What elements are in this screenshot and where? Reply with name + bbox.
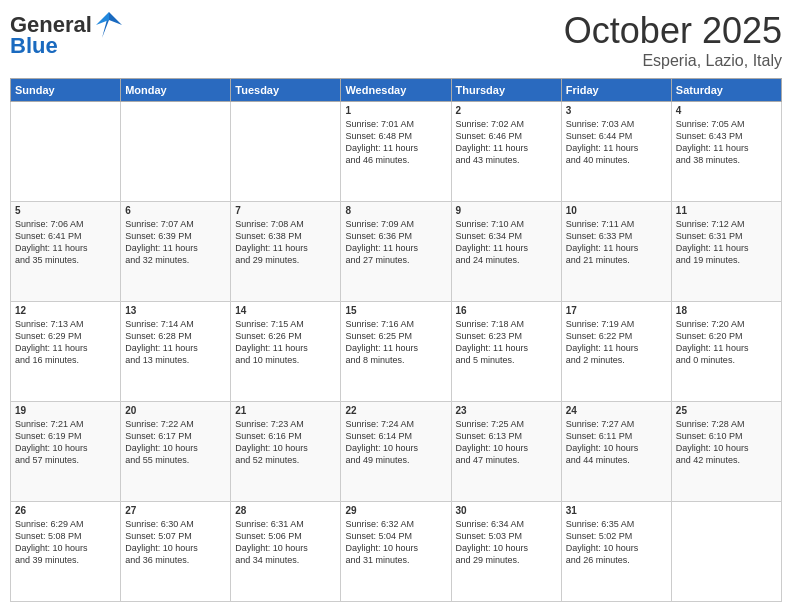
cell-line: Sunset: 6:28 PM bbox=[125, 330, 226, 342]
cell-line: Daylight: 11 hours bbox=[345, 242, 446, 254]
calendar-header-row: SundayMondayTuesdayWednesdayThursdayFrid… bbox=[11, 79, 782, 102]
day-number: 25 bbox=[676, 405, 777, 416]
day-header-wednesday: Wednesday bbox=[341, 79, 451, 102]
cell-line: Sunset: 6:41 PM bbox=[15, 230, 116, 242]
cell-line: Sunset: 6:13 PM bbox=[456, 430, 557, 442]
logo-blue-text: Blue bbox=[10, 34, 58, 58]
cell-line: Daylight: 11 hours bbox=[345, 142, 446, 154]
cell-line: and 55 minutes. bbox=[125, 454, 226, 466]
cell-line: and 5 minutes. bbox=[456, 354, 557, 366]
calendar-cell bbox=[11, 102, 121, 202]
cell-line: and 31 minutes. bbox=[345, 554, 446, 566]
cell-text: Sunrise: 6:34 AMSunset: 5:03 PMDaylight:… bbox=[456, 518, 557, 567]
cell-line: Sunset: 6:34 PM bbox=[456, 230, 557, 242]
cell-line: Sunset: 6:38 PM bbox=[235, 230, 336, 242]
cell-line: Daylight: 10 hours bbox=[235, 442, 336, 454]
day-number: 10 bbox=[566, 205, 667, 216]
cell-line: Daylight: 10 hours bbox=[235, 542, 336, 554]
cell-line: Sunset: 5:02 PM bbox=[566, 530, 667, 542]
cell-line: Sunset: 6:33 PM bbox=[566, 230, 667, 242]
calendar-cell: 21Sunrise: 7:23 AMSunset: 6:16 PMDayligh… bbox=[231, 402, 341, 502]
day-number: 23 bbox=[456, 405, 557, 416]
cell-line: Sunrise: 6:30 AM bbox=[125, 518, 226, 530]
cell-line: Sunrise: 7:24 AM bbox=[345, 418, 446, 430]
cell-line: Sunrise: 7:08 AM bbox=[235, 218, 336, 230]
cell-text: Sunrise: 7:21 AMSunset: 6:19 PMDaylight:… bbox=[15, 418, 116, 467]
cell-line: and 35 minutes. bbox=[15, 254, 116, 266]
cell-line: Sunrise: 7:27 AM bbox=[566, 418, 667, 430]
cell-line: Sunset: 6:31 PM bbox=[676, 230, 777, 242]
cell-line: Sunrise: 6:31 AM bbox=[235, 518, 336, 530]
calendar-cell: 1Sunrise: 7:01 AMSunset: 6:48 PMDaylight… bbox=[341, 102, 451, 202]
cell-line: and 13 minutes. bbox=[125, 354, 226, 366]
calendar-cell bbox=[231, 102, 341, 202]
cell-line: and 42 minutes. bbox=[676, 454, 777, 466]
day-number: 13 bbox=[125, 305, 226, 316]
calendar-cell: 4Sunrise: 7:05 AMSunset: 6:43 PMDaylight… bbox=[671, 102, 781, 202]
cell-line: and 46 minutes. bbox=[345, 154, 446, 166]
cell-line: Sunrise: 7:19 AM bbox=[566, 318, 667, 330]
day-number: 12 bbox=[15, 305, 116, 316]
cell-text: Sunrise: 7:18 AMSunset: 6:23 PMDaylight:… bbox=[456, 318, 557, 367]
day-header-saturday: Saturday bbox=[671, 79, 781, 102]
cell-line: Sunset: 6:10 PM bbox=[676, 430, 777, 442]
cell-text: Sunrise: 7:28 AMSunset: 6:10 PMDaylight:… bbox=[676, 418, 777, 467]
calendar-cell: 25Sunrise: 7:28 AMSunset: 6:10 PMDayligh… bbox=[671, 402, 781, 502]
day-number: 22 bbox=[345, 405, 446, 416]
cell-line: Sunset: 6:25 PM bbox=[345, 330, 446, 342]
calendar-cell: 14Sunrise: 7:15 AMSunset: 6:26 PMDayligh… bbox=[231, 302, 341, 402]
cell-line: Daylight: 11 hours bbox=[456, 242, 557, 254]
day-number: 20 bbox=[125, 405, 226, 416]
cell-line: Sunset: 5:04 PM bbox=[345, 530, 446, 542]
day-number: 19 bbox=[15, 405, 116, 416]
cell-line: Sunrise: 7:02 AM bbox=[456, 118, 557, 130]
cell-line: and 39 minutes. bbox=[15, 554, 116, 566]
cell-line: Daylight: 10 hours bbox=[125, 442, 226, 454]
cell-line: Daylight: 10 hours bbox=[345, 442, 446, 454]
cell-line: Daylight: 11 hours bbox=[15, 342, 116, 354]
cell-text: Sunrise: 7:12 AMSunset: 6:31 PMDaylight:… bbox=[676, 218, 777, 267]
cell-text: Sunrise: 7:16 AMSunset: 6:25 PMDaylight:… bbox=[345, 318, 446, 367]
logo: General Blue bbox=[10, 10, 124, 58]
day-number: 9 bbox=[456, 205, 557, 216]
cell-line: Sunset: 6:22 PM bbox=[566, 330, 667, 342]
day-header-monday: Monday bbox=[121, 79, 231, 102]
cell-line: Daylight: 10 hours bbox=[345, 542, 446, 554]
day-number: 15 bbox=[345, 305, 446, 316]
day-number: 30 bbox=[456, 505, 557, 516]
cell-line: and 57 minutes. bbox=[15, 454, 116, 466]
cell-line: and 8 minutes. bbox=[345, 354, 446, 366]
day-number: 28 bbox=[235, 505, 336, 516]
calendar-cell: 17Sunrise: 7:19 AMSunset: 6:22 PMDayligh… bbox=[561, 302, 671, 402]
cell-line: and 10 minutes. bbox=[235, 354, 336, 366]
cell-text: Sunrise: 7:07 AMSunset: 6:39 PMDaylight:… bbox=[125, 218, 226, 267]
cell-text: Sunrise: 7:27 AMSunset: 6:11 PMDaylight:… bbox=[566, 418, 667, 467]
cell-line: Daylight: 11 hours bbox=[456, 342, 557, 354]
cell-text: Sunrise: 7:11 AMSunset: 6:33 PMDaylight:… bbox=[566, 218, 667, 267]
day-number: 7 bbox=[235, 205, 336, 216]
cell-line: Daylight: 11 hours bbox=[235, 242, 336, 254]
week-row-4: 26Sunrise: 6:29 AMSunset: 5:08 PMDayligh… bbox=[11, 502, 782, 602]
calendar-cell: 2Sunrise: 7:02 AMSunset: 6:46 PMDaylight… bbox=[451, 102, 561, 202]
cell-line: Sunset: 6:19 PM bbox=[15, 430, 116, 442]
calendar-cell: 13Sunrise: 7:14 AMSunset: 6:28 PMDayligh… bbox=[121, 302, 231, 402]
day-number: 24 bbox=[566, 405, 667, 416]
cell-text: Sunrise: 7:06 AMSunset: 6:41 PMDaylight:… bbox=[15, 218, 116, 267]
week-row-3: 19Sunrise: 7:21 AMSunset: 6:19 PMDayligh… bbox=[11, 402, 782, 502]
header: General Blue October 2025 Esperia, Lazio… bbox=[10, 10, 782, 70]
calendar-cell: 11Sunrise: 7:12 AMSunset: 6:31 PMDayligh… bbox=[671, 202, 781, 302]
cell-line: Daylight: 10 hours bbox=[566, 542, 667, 554]
cell-line: Sunrise: 7:07 AM bbox=[125, 218, 226, 230]
cell-text: Sunrise: 6:29 AMSunset: 5:08 PMDaylight:… bbox=[15, 518, 116, 567]
cell-text: Sunrise: 7:03 AMSunset: 6:44 PMDaylight:… bbox=[566, 118, 667, 167]
cell-text: Sunrise: 6:30 AMSunset: 5:07 PMDaylight:… bbox=[125, 518, 226, 567]
week-row-0: 1Sunrise: 7:01 AMSunset: 6:48 PMDaylight… bbox=[11, 102, 782, 202]
cell-line: Sunrise: 7:21 AM bbox=[15, 418, 116, 430]
cell-line: Sunrise: 7:15 AM bbox=[235, 318, 336, 330]
calendar-cell: 5Sunrise: 7:06 AMSunset: 6:41 PMDaylight… bbox=[11, 202, 121, 302]
cell-line: and 34 minutes. bbox=[235, 554, 336, 566]
cell-text: Sunrise: 7:05 AMSunset: 6:43 PMDaylight:… bbox=[676, 118, 777, 167]
day-number: 14 bbox=[235, 305, 336, 316]
cell-line: Sunrise: 7:18 AM bbox=[456, 318, 557, 330]
cell-line: Daylight: 10 hours bbox=[456, 542, 557, 554]
